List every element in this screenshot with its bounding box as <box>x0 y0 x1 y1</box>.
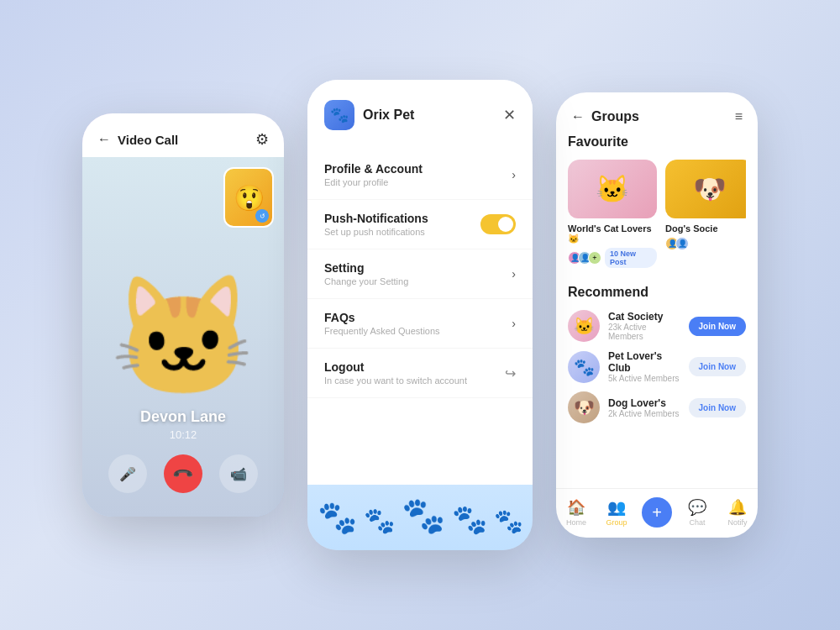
nav-home[interactable]: 🏠 Home <box>556 498 596 527</box>
mute-icon: 🎤 <box>119 466 136 482</box>
fav-card-dogs[interactable]: 🐶 Dog's Socie 👤 👤 <box>665 160 746 268</box>
fav-card-name: World's Cat Lovers 🐱 <box>568 223 657 244</box>
video-call-header: ← Video Call ⚙ <box>82 113 284 157</box>
bottom-navigation: 🏠 Home 👥 Group + 💬 Chat 🔔 Notify <box>556 488 758 538</box>
fav-card-image-dogs: 🐶 <box>665 160 746 218</box>
groups-header-left: ← Groups <box>571 109 639 124</box>
rec-name: Cat Society <box>608 311 680 323</box>
nav-add[interactable]: + <box>637 497 677 528</box>
join-cat-society-button[interactable]: Join Now <box>689 317 746 336</box>
nav-group[interactable]: 👥 Group <box>596 498 637 527</box>
rec-name: Dog Lover's <box>608 397 680 409</box>
nav-chat[interactable]: 💬 Chat <box>677 498 717 527</box>
fav-card-image-cats: 🐱 <box>568 160 657 218</box>
rec-name: Pet Lover's Club <box>608 350 680 374</box>
settings-item-sub: Set up push notifications <box>324 227 428 237</box>
nav-home-label: Home <box>566 518 586 527</box>
recommend-item-dog-lovers: 🐶 Dog Lover's 2k Active Members Join Now <box>568 391 746 423</box>
settings-item-sub: Change your Setting <box>324 276 408 286</box>
settings-item-title: Logout <box>324 360 467 374</box>
settings-item-title: Push-Notifications <box>324 212 428 225</box>
caller-avatar: 😲 <box>234 183 265 213</box>
join-dog-lovers-button[interactable]: Join Now <box>689 398 746 417</box>
header-left: ← Video Call <box>97 132 178 147</box>
notifications-toggle[interactable] <box>480 214 516 234</box>
call-timer: 10:12 <box>82 428 284 441</box>
rec-info: Dog Lover's 2k Active Members <box>608 397 680 418</box>
recommend-list: 🐱 Cat Society 23k Active Members Join No… <box>568 310 746 423</box>
rec-info: Pet Lover's Club 5k Active Members <box>608 350 680 383</box>
settings-item-faqs[interactable]: FAQs Frequently Asked Questions › <box>307 299 533 349</box>
home-icon: 🏠 <box>567 498 585 517</box>
settings-item-title: FAQs <box>324 311 440 324</box>
paw-1: 🐾 <box>318 501 357 533</box>
settings-item-profile[interactable]: Profile & Account Edit your profile › <box>307 150 533 200</box>
close-button[interactable]: ✕ <box>503 106 516 124</box>
chat-icon: 💬 <box>688 498 706 517</box>
member-avatar: + <box>588 251 601 265</box>
app-identity: 🐾 Orix Pet <box>324 100 414 130</box>
back-icon[interactable]: ← <box>97 132 111 147</box>
caller-thumbnail: 😲 ↺ <box>223 167 274 228</box>
settings-item-sub: In case you want to switch account <box>324 375 467 386</box>
rec-members: 2k Active Members <box>608 409 680 418</box>
member-avatars: 👤 👤 <box>665 237 685 250</box>
arrow-right-icon: › <box>512 168 516 181</box>
settings-icon[interactable]: ⚙ <box>255 130 269 149</box>
add-button[interactable]: + <box>642 497 672 528</box>
back-icon[interactable]: ← <box>571 109 585 124</box>
settings-item-sub: Edit your profile <box>324 177 423 187</box>
nav-notify-label: Notify <box>727 518 747 527</box>
settings-item-settings[interactable]: Setting Change your Setting › <box>307 249 533 299</box>
paw-4: 🐾 <box>452 505 487 533</box>
nav-chat-label: Chat <box>689 518 705 527</box>
groups-header: ← Groups ≡ <box>556 92 758 134</box>
dogs-emoji: 🐶 <box>693 173 727 205</box>
nav-notify[interactable]: 🔔 Notify <box>717 498 758 527</box>
arrow-right-icon: › <box>512 317 516 330</box>
filter-icon[interactable]: ≡ <box>735 109 743 124</box>
fav-card-name: Dog's Socie <box>665 223 746 234</box>
notify-icon: 🔔 <box>728 498 747 517</box>
recommend-section-title: Recommend <box>568 285 746 300</box>
favourites-list: 🐱 World's Cat Lovers 🐱 👤 👤 + 10 New Post… <box>568 160 746 268</box>
recommend-item-pet-lovers: 🐾 Pet Lover's Club 5k Active Members Joi… <box>568 350 746 383</box>
screen-title: Video Call <box>118 133 178 147</box>
app-icon: 🐾 <box>324 100 354 130</box>
settings-item-title: Setting <box>324 261 408 275</box>
settings-menu: Profile & Account Edit your profile › Pu… <box>307 144 533 485</box>
fav-card-bottom: 👤 👤 + 10 New Post <box>568 248 657 268</box>
settings-item-notifications[interactable]: Push-Notifications Set up push notificat… <box>307 200 533 249</box>
join-pet-lovers-button[interactable]: Join Now <box>689 357 746 376</box>
paw-2: 🐾 <box>364 508 395 533</box>
logout-icon: ↪ <box>505 365 516 381</box>
settings-item-left: FAQs Frequently Asked Questions <box>324 311 440 336</box>
end-call-button[interactable]: 📞 <box>164 454 202 493</box>
new-post-badge: 10 New Post <box>605 248 657 268</box>
settings-item-left: Setting Change your Setting <box>324 261 408 286</box>
mute-button[interactable]: 🎤 <box>108 454 147 493</box>
settings-item-title: Profile & Account <box>324 162 423 176</box>
call-controls: 🎤 📞 📹 <box>82 454 284 493</box>
settings-item-left: Push-Notifications Set up push notificat… <box>324 212 428 237</box>
nav-group-label: Group <box>606 518 627 527</box>
favourite-section-title: Favourite <box>568 134 746 150</box>
group-icon: 👥 <box>607 498 626 517</box>
settings-item-sub: Frequently Asked Questions <box>324 326 440 336</box>
recommend-section: Recommend 🐱 Cat Society 23k Active Membe… <box>568 285 746 423</box>
rec-members: 23k Active Members <box>608 323 680 341</box>
rec-members: 5k Active Members <box>608 374 680 383</box>
video-toggle-button[interactable]: 📹 <box>219 454 258 493</box>
rec-avatar-pets: 🐾 <box>568 351 600 383</box>
groups-title: Groups <box>591 109 639 124</box>
fav-card-bottom: 👤 👤 <box>665 237 746 250</box>
end-call-icon: 📞 <box>171 462 195 486</box>
rec-avatar-dogs: 🐶 <box>568 391 600 423</box>
arrow-right-icon: › <box>512 267 516 281</box>
groups-screen: ← Groups ≡ Favourite 🐱 World's Cat Lover… <box>556 92 758 538</box>
settings-item-logout[interactable]: Logout In case you want to switch accoun… <box>307 349 533 398</box>
fav-card-cats[interactable]: 🐱 World's Cat Lovers 🐱 👤 👤 + 10 New Post <box>568 160 657 268</box>
app-icon-symbol: 🐾 <box>330 106 349 124</box>
paw-3: 🐾 <box>402 498 445 533</box>
member-avatars: 👤 👤 + <box>568 251 598 265</box>
